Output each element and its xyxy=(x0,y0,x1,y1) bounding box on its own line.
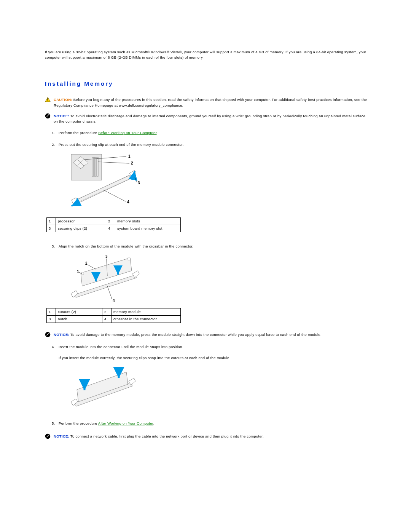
notice-block-3: NOTICE: To connect a network cable, firs… xyxy=(45,434,370,439)
svg-line-17 xyxy=(135,177,137,182)
legend-cell: 3 xyxy=(47,315,56,323)
figure-3 xyxy=(69,365,370,415)
step-number: 2. xyxy=(52,142,59,147)
step-text-suffix: . xyxy=(153,421,155,425)
step-text: Press out the securing clip at each end … xyxy=(59,142,370,147)
step-number: 1. xyxy=(52,130,59,136)
callout-4: 4 xyxy=(127,200,129,204)
step-number: 5. xyxy=(52,421,59,426)
figure-2: 1 2 3 4 xyxy=(69,254,370,304)
step-4-subtext: If you insert the module correctly, the … xyxy=(59,355,370,361)
notice-text: To avoid electrostatic discharge and dam… xyxy=(54,114,365,123)
legend-cell: securing clips (2) xyxy=(56,225,106,232)
legend-cell: 2 xyxy=(102,308,112,315)
table-row: 3 notch 4 crossbar in the connector xyxy=(47,315,181,323)
notice-icon xyxy=(45,113,51,119)
legend-cell: 4 xyxy=(106,225,115,232)
svg-rect-1 xyxy=(48,98,48,100)
callout-2: 2 xyxy=(131,161,133,165)
notice-label: NOTICE: xyxy=(54,332,69,337)
notice-icon xyxy=(45,433,51,439)
step-1: 1. Perform the procedure Before Working … xyxy=(52,130,370,136)
step-text-suffix: . xyxy=(157,131,158,135)
legend-cell: system board memory slot xyxy=(115,225,181,232)
svg-rect-22 xyxy=(81,272,84,275)
step-2: 2. Press out the securing clip at each e… xyxy=(52,142,370,147)
legend-table-2: 1 cutouts (2) 2 memory module 3 notch 4 … xyxy=(46,308,181,323)
step-5: 5. Perform the procedure After Working o… xyxy=(52,421,370,426)
section-heading: Installing Memory xyxy=(45,79,370,88)
legend-cell: memory slots xyxy=(115,217,181,225)
notice-label: NOTICE: xyxy=(54,434,69,438)
callout-3: 3 xyxy=(138,181,140,185)
notice-text: To connect a network cable, first plug t… xyxy=(70,434,264,438)
step-number: 3. xyxy=(52,244,59,249)
table-row: 1 processor 2 memory slots xyxy=(47,217,181,225)
table-row: 3 securing clips (2) 4 system board memo… xyxy=(47,225,181,232)
step-4: 4. Insert the module into the connector … xyxy=(52,344,370,350)
table-row: 1 cutouts (2) 2 memory module xyxy=(47,308,181,315)
caution-label: CAUTION: xyxy=(54,97,72,102)
svg-line-13 xyxy=(98,162,129,163)
svg-line-25 xyxy=(88,265,96,269)
step-text: Insert the module into the connector unt… xyxy=(59,344,370,350)
link-after-working[interactable]: After Working on Your Computer xyxy=(98,421,153,425)
step-text: Align the notch on the bottom of the mod… xyxy=(59,244,370,249)
notice-icon xyxy=(45,332,51,337)
callout-2: 2 xyxy=(85,261,88,265)
callout-1: 1 xyxy=(77,270,79,274)
legend-table-1: 1 processor 2 memory slots 3 securing cl… xyxy=(46,217,181,233)
step-3: 3. Align the notch on the bottom of the … xyxy=(52,244,370,249)
document-page: If you are using a 32-bit operating syst… xyxy=(0,0,411,532)
caution-text: Before you begin any of the procedures i… xyxy=(54,97,367,107)
step-number: 4. xyxy=(52,344,59,350)
step-text-prefix: Perform the procedure xyxy=(59,131,98,135)
legend-cell: memory module xyxy=(112,308,181,315)
callout-1: 1 xyxy=(128,154,131,158)
legend-cell: cutouts (2) xyxy=(56,308,102,315)
callout-4: 4 xyxy=(113,299,115,303)
legend-cell: 3 xyxy=(47,225,56,232)
svg-rect-2 xyxy=(48,101,48,101)
legend-cell: 4 xyxy=(102,315,112,323)
notice-label: NOTICE: xyxy=(54,114,69,118)
notice-block-2: NOTICE: To avoid damage to the memory mo… xyxy=(45,332,370,337)
svg-rect-23 xyxy=(128,258,130,260)
legend-cell: processor xyxy=(56,217,106,225)
legend-cell: 1 xyxy=(47,217,56,225)
svg-line-30 xyxy=(107,286,112,299)
figure-1: 1 2 3 4 xyxy=(69,152,370,213)
caution-icon xyxy=(45,97,51,102)
svg-line-19 xyxy=(104,190,126,201)
caution-block: CAUTION: Before you begin any of the pro… xyxy=(45,97,370,108)
legend-cell: notch xyxy=(56,315,102,323)
link-before-working[interactable]: Before Working on Your Computer xyxy=(98,131,156,135)
legend-cell: 2 xyxy=(106,217,115,225)
legend-cell: crossbar in the connector xyxy=(112,315,181,323)
intro-paragraph: If you are using a 32-bit operating syst… xyxy=(45,50,370,61)
legend-cell: 1 xyxy=(47,308,56,315)
callout-3: 3 xyxy=(105,254,108,259)
notice-block-1: NOTICE: To avoid electrostatic discharge… xyxy=(45,113,370,125)
notice-text: To avoid damage to the memory module, pr… xyxy=(70,332,322,337)
step-text-prefix: Perform the procedure xyxy=(59,421,98,425)
